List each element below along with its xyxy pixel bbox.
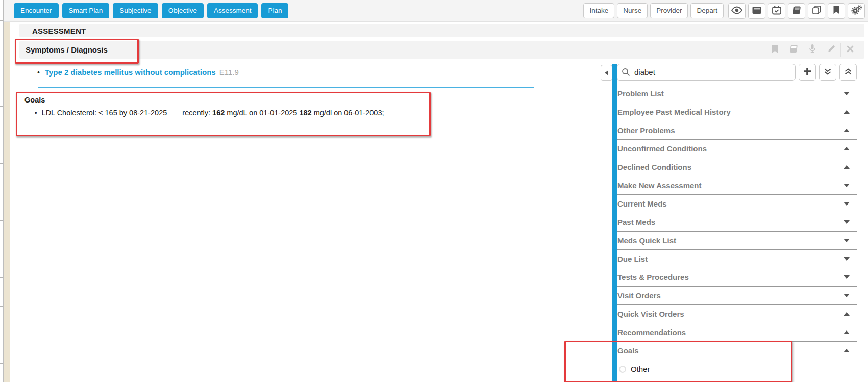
sidebar-item-recommendations[interactable]: Recommendations [617,323,857,342]
sidebar-item-meds-quick-list[interactable]: Meds Quick List [617,232,857,250]
smart-plan-button[interactable]: Smart Plan [62,3,110,18]
goal-value-2: 182 [299,109,311,117]
encounter-button[interactable]: Encounter [14,3,59,18]
eye-icon [731,6,742,16]
sidebar-item-unconfirmed-conditions[interactable]: Unconfirmed Conditions [617,140,857,158]
sidebar-item-goals[interactable]: Goals [617,342,857,360]
settings-button[interactable] [848,3,865,19]
caret-icon [844,92,850,95]
caret-icon [844,330,850,334]
book-icon [792,6,802,16]
pencil-icon [827,44,836,55]
left-beige-strip [4,18,10,382]
sidebar-item-employee-past-medical-history[interactable]: Employee Past Medical History [617,103,857,121]
sidebar-item-due-list[interactable]: Due List [617,250,857,268]
sidebar-item-declined-conditions[interactable]: Declined Conditions [617,158,857,176]
sidebar-collapse-button[interactable] [601,65,612,81]
intake-button[interactable]: Intake [583,3,614,18]
copy-icon [812,6,821,16]
caret-icon [844,239,850,242]
radio-button-icon[interactable] [619,366,626,373]
goal-value-1-detail: mg/dL on 01-01-2025 [227,109,297,117]
goal-value-1: 162 [212,109,225,117]
sidebar-item-quick-visit-orders[interactable]: Quick Visit Orders [617,305,857,323]
page-title: ASSESSMENT [32,27,86,35]
assessment-title-bar: ASSESSMENT [19,24,864,37]
visit-stage-group: Intake Nurse Provider Depart [583,3,724,18]
section-dictate-button[interactable] [803,41,822,59]
microphone-icon [809,44,816,56]
sidebar-item-tests-procedures[interactable]: Tests & Procedures [617,268,857,287]
caret-icon [844,312,850,316]
gears-icon [851,5,862,16]
section-bookmark-button[interactable] [765,41,784,59]
section-title: Symptoms / Diagnosis [26,45,108,54]
bullet: • [37,68,40,77]
icd-code: E11.9 [219,68,239,77]
goal-divider [24,126,428,126]
diagnosis-underline [38,87,534,88]
goal-recently-label: recently: [182,109,210,117]
calendar-check-icon [772,6,781,16]
symptoms-diagnosis-header[interactable]: Symptoms / Diagnosis [19,41,864,59]
caret-icon [844,184,850,187]
goal-list-item: • LDL Cholesterol: < 165 by 08-21-2025 r… [35,109,386,117]
diagnosis-list-item: • Type 2 diabetes mellitus without compl… [37,68,239,77]
add-button[interactable] [799,64,816,81]
order-sidebar: Problem List Employee Past Medical Histo… [617,64,857,378]
left-edge-rail [0,0,4,382]
assessment-button[interactable]: Assessment [207,3,258,18]
sidebar-item-past-meds[interactable]: Past Meds [617,213,857,232]
collapse-all-button[interactable] [839,64,857,81]
sidebar-section-list: Problem List Employee Past Medical Histo… [617,85,857,378]
depart-button[interactable]: Depart [690,3,724,18]
section-book-button[interactable] [784,41,803,59]
search-box [617,64,796,81]
caret-icon [844,165,850,169]
plus-icon [803,67,811,77]
caret-icon [844,202,850,206]
sidebar-item-problem-list[interactable]: Problem List [617,85,857,103]
diagnosis-link[interactable]: Type 2 diabetes mellitus without complic… [45,68,216,77]
goal-target-text: LDL Cholesterol: < 165 by 08-21-2025 [42,109,167,117]
search-input[interactable] [617,64,796,81]
book-button[interactable] [788,3,805,19]
expand-all-button[interactable] [819,64,836,81]
calendar-check-button[interactable] [768,3,785,19]
bookmark-icon [771,44,779,56]
archive-icon [752,6,761,16]
caret-icon [844,275,850,279]
close-icon [847,45,854,55]
sidebar-item-visit-orders[interactable]: Visit Orders [617,287,857,305]
nurse-button[interactable]: Nurse [617,3,648,18]
sidebar-item-make-new-assessment[interactable]: Make New Assessment [617,176,857,195]
section-action-group [765,41,859,59]
section-close-button[interactable] [841,41,859,59]
note-nav-group: Encounter Smart Plan Subjective Objectiv… [14,3,288,18]
provider-button[interactable]: Provider [650,3,688,18]
sidebar-item-other-problems[interactable]: Other Problems [617,121,857,140]
sidebar-search-row [617,64,857,81]
sidebar-item-current-meds[interactable]: Current Meds [617,195,857,213]
caret-icon [844,110,850,114]
goal-value-2-detail: mg/dl on 06-01-2003; [314,109,384,117]
plan-button[interactable]: Plan [261,3,288,18]
double-chevron-down-icon [824,68,832,77]
section-edit-button[interactable] [822,41,840,59]
double-chevron-up-icon [844,68,852,77]
copy-button[interactable] [808,3,825,19]
chevron-left-icon [605,70,608,75]
goal-option-other[interactable]: Other [617,360,857,378]
bookmark-button[interactable] [828,3,845,19]
caret-icon [844,129,850,132]
book-icon [789,44,799,55]
bookmark-icon [833,6,840,16]
goals-heading: Goals [24,96,45,104]
objective-button[interactable]: Objective [162,3,204,18]
subjective-button[interactable]: Subjective [113,3,158,18]
search-icon [622,68,630,79]
eye-button[interactable] [728,3,746,19]
archive-button[interactable] [748,3,765,19]
top-toolbar: Encounter Smart Plan Subjective Objectiv… [4,0,868,22]
toolbar-icon-group [728,3,865,19]
